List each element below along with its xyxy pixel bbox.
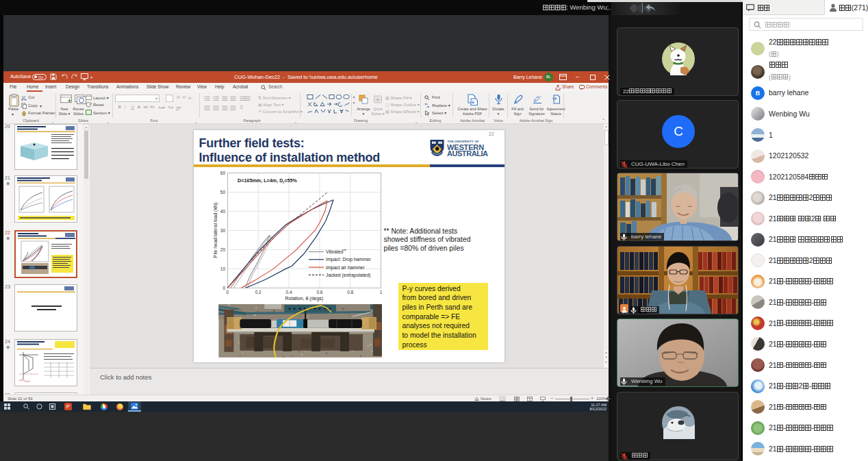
svg-text:Impact: Drop hammer: Impact: Drop hammer bbox=[326, 257, 371, 262]
svg-text:50: 50 bbox=[220, 190, 226, 195]
svg-text:10: 10 bbox=[220, 266, 226, 271]
svg-text:0.4: 0.4 bbox=[285, 290, 292, 295]
svg-text:Pile head lateral load (kN): Pile head lateral load (kN) bbox=[213, 203, 218, 258]
svg-text:1: 1 bbox=[380, 290, 383, 295]
svg-text:0: 0 bbox=[222, 286, 225, 290]
svg-text:Impact air hammer: Impact air hammer bbox=[326, 265, 365, 271]
svg-text:0.2: 0.2 bbox=[255, 290, 261, 295]
svg-text:Jacked (extrapolated): Jacked (extrapolated) bbox=[326, 273, 370, 278]
svg-text:0.8: 0.8 bbox=[347, 290, 353, 295]
svg-text:60: 60 bbox=[220, 171, 226, 175]
svg-text:40: 40 bbox=[220, 209, 226, 214]
svg-text:0: 0 bbox=[227, 290, 229, 295]
svg-text:20: 20 bbox=[220, 247, 226, 252]
svg-text:30: 30 bbox=[220, 228, 226, 233]
svg-text:0.6: 0.6 bbox=[316, 290, 322, 295]
svg-text:D=165mm, L=4m, Dr=55%: D=165mm, L=4m, Dr=55% bbox=[238, 177, 297, 184]
svg-text:Rotation, θ (degs): Rotation, θ (degs) bbox=[285, 296, 324, 301]
